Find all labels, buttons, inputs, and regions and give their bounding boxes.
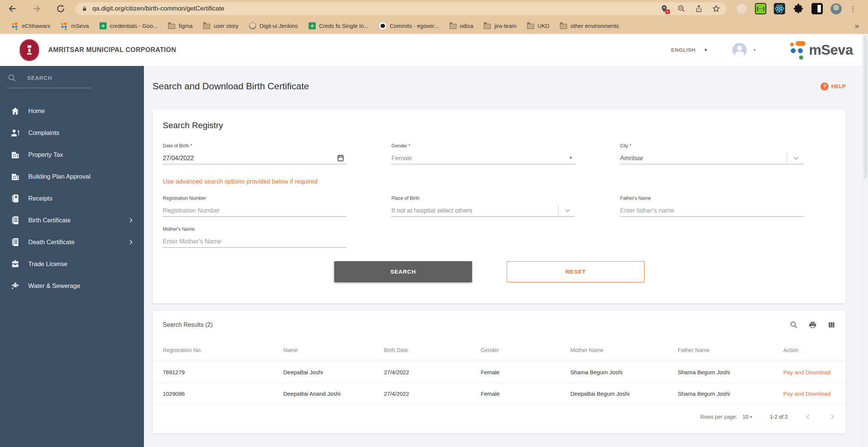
bookmark-figma[interactable]: figma	[168, 23, 193, 29]
scrollbar-thumb[interactable]	[863, 35, 867, 179]
mothers-name-input[interactable]	[163, 238, 346, 245]
sidebar-item-trade-license[interactable]: Trade License	[0, 253, 144, 275]
gender-select[interactable]: Female ▼	[391, 152, 575, 164]
caret-down-icon: ▼	[750, 415, 753, 419]
gender-label: Gender *	[391, 143, 575, 148]
col-birth-date[interactable]: Birth Date	[384, 347, 481, 353]
bookmark-creds-single[interactable]: Creds fo Single In...	[309, 22, 369, 29]
bookmark-credentials[interactable]: credentials - Goo...	[99, 22, 158, 29]
col-mother-name[interactable]: Mother Name	[570, 347, 678, 353]
bookmark-jira-team[interactable]: jira-team	[484, 23, 516, 29]
col-action[interactable]: Action	[783, 347, 836, 353]
json-viewer-extension-icon[interactable]: {···}	[755, 3, 766, 14]
bookmark-other-environments[interactable]: other environments	[560, 23, 619, 29]
date-of-birth-input[interactable]: 27/04/2022	[163, 152, 346, 164]
bookmark-commits[interactable]: Commits · egover...	[379, 22, 439, 29]
gender-field: Gender * Female ▼	[391, 143, 575, 164]
extensions-puzzle-icon[interactable]	[793, 3, 804, 14]
sidebar-search[interactable]: SEARCH	[0, 66, 144, 95]
rows-per-page-select[interactable]: 10 ▼	[743, 414, 753, 420]
view-columns-icon[interactable]	[827, 321, 836, 329]
col-father-name[interactable]: Father Name	[678, 347, 783, 353]
col-gender[interactable]: Gender	[481, 347, 570, 353]
bookmark-star-icon[interactable]	[712, 5, 720, 13]
chevron-down-icon[interactable]	[793, 155, 800, 162]
bookmark-echhawani[interactable]: eChhawani	[11, 22, 50, 29]
chevron-right-icon[interactable]	[828, 413, 836, 421]
cell-registration-no: 7891279	[163, 369, 283, 375]
forward-icon[interactable]	[32, 4, 41, 14]
page-title: Search and Download Birth Certificate	[153, 81, 309, 92]
bookmark-ukd[interactable]: UKD	[527, 23, 550, 29]
browser-profile-avatar[interactable]	[830, 3, 842, 15]
calendar-icon[interactable]	[336, 154, 345, 162]
sidebar-item-building-plan-approval[interactable]: Building Plan Approval	[0, 165, 144, 187]
share-icon[interactable]	[695, 5, 703, 13]
chevron-right-icon[interactable]	[128, 239, 134, 245]
briefcase-icon	[11, 259, 20, 269]
city-select[interactable]: Amritsar	[620, 152, 804, 164]
pay-and-download-link[interactable]: Pay and Download	[783, 390, 836, 397]
folder-icon	[449, 24, 457, 29]
pay-and-download-link[interactable]: Pay and Download	[783, 369, 836, 375]
folder-icon	[168, 24, 175, 29]
col-registration-no[interactable]: Registration No.	[163, 347, 283, 353]
language-selector[interactable]: ENGLISH	[671, 47, 695, 53]
search-icon	[8, 73, 17, 83]
table-search-icon[interactable]	[790, 321, 798, 329]
fathers-name-input[interactable]	[620, 207, 804, 214]
sidebar-item-property-tax[interactable]: Property Tax	[0, 144, 144, 165]
page-scrollbar[interactable]	[862, 34, 868, 447]
bookmark-user-story[interactable]: user story	[203, 23, 238, 29]
faucet-icon	[11, 281, 20, 291]
location-blocked-icon[interactable]: ×	[660, 5, 668, 13]
city-field: City * Amritsar	[620, 143, 804, 164]
place-of-birth-select[interactable]: If not at hospital select others	[391, 205, 575, 217]
cell-birth-date: 27/4/2022	[384, 390, 481, 397]
col-name[interactable]: Name	[283, 347, 384, 353]
browser-window: qa.digit.org/citizen/birth-common/getCer…	[0, 0, 868, 447]
sidebar-item-complaints[interactable]: Complaints	[0, 122, 144, 144]
bookmarks-overflow-chevron[interactable]: »	[855, 21, 859, 30]
cell-mother-name: Shama Begum Joshi	[570, 369, 678, 375]
bookmark-odisa[interactable]: odisa	[449, 23, 474, 29]
search-registry-title: Search Registry	[163, 121, 836, 130]
back-icon[interactable]	[8, 4, 17, 14]
address-bar[interactable]: qa.digit.org/citizen/birth-common/getCer…	[75, 2, 726, 15]
user-menu-caret-icon[interactable]: ▼	[753, 48, 756, 52]
extension-disabled-icon[interactable]	[736, 3, 747, 14]
cell-father-name: Shama Begum Joshi	[678, 369, 783, 375]
sidebar-item-water-sewerage[interactable]: Water & Sewerage	[0, 275, 144, 297]
municipal-emblem-logo	[20, 39, 39, 61]
cell-birth-date: 27/4/2022	[384, 369, 481, 375]
url-text[interactable]: qa.digit.org/citizen/birth-common/getCer…	[92, 5, 651, 12]
language-caret-icon[interactable]: ▼	[704, 48, 708, 52]
sidebar-item-birth-certificate[interactable]: Birth Certificate	[0, 209, 144, 231]
react-devtools-extension-icon[interactable]	[774, 3, 785, 14]
chevron-right-icon[interactable]	[128, 217, 134, 224]
user-avatar[interactable]	[732, 43, 747, 57]
city-label: City *	[620, 143, 804, 148]
sidebar-item-home[interactable]: Home	[0, 100, 144, 122]
sidebar-item-death-certificate[interactable]: Death Certificate	[0, 231, 144, 253]
table-row: 7891279 DeepaBai Joshi 27/4/2022 Female …	[153, 361, 846, 383]
registration-number-input[interactable]	[163, 207, 346, 214]
help-button[interactable]: ? HELP	[821, 83, 846, 90]
sidebar-item-receipts[interactable]: Receipts	[0, 187, 144, 209]
mothers-name-label: Mother's Name	[163, 227, 346, 232]
zoom-out-icon[interactable]	[677, 5, 686, 13]
search-button[interactable]: SEARCH	[334, 261, 472, 282]
main-content: Search and Download Birth Certificate ? …	[144, 66, 868, 447]
side-panel-extension-icon[interactable]	[811, 3, 823, 14]
print-icon[interactable]	[808, 321, 817, 329]
chevron-down-icon[interactable]	[564, 207, 571, 214]
caret-down-icon[interactable]: ▼	[569, 156, 573, 160]
cell-mother-name: DeepaBai Begum Joshi	[570, 390, 678, 397]
bookmark-mseva[interactable]: mSeva	[61, 22, 89, 29]
browser-menu-icon[interactable]: ⋮	[850, 5, 857, 12]
reset-button[interactable]: RESET	[507, 261, 645, 282]
bookmark-jenkins[interactable]: Digit-ui Jenkins	[249, 22, 298, 29]
brand-name: mSeva	[809, 42, 853, 58]
reload-icon[interactable]	[56, 4, 66, 14]
chevron-left-icon[interactable]	[804, 413, 812, 421]
